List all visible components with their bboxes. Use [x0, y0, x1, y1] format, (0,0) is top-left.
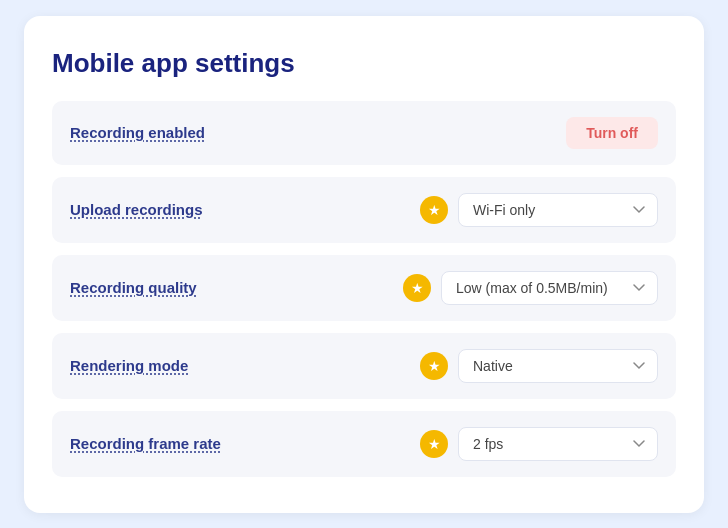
control-rendering-mode: ★ Native Canvas Mixed	[420, 349, 658, 383]
label-upload-recordings: Upload recordings	[70, 201, 203, 218]
control-upload-recordings: ★ Wi-Fi only Always Never	[420, 193, 658, 227]
label-recording-enabled: Recording enabled	[70, 124, 205, 141]
row-rendering-mode: Rendering mode ★ Native Canvas Mixed	[52, 333, 676, 399]
label-recording-frame-rate: Recording frame rate	[70, 435, 221, 452]
star-icon-frame-rate: ★	[420, 430, 448, 458]
page-title: Mobile app settings	[52, 48, 676, 79]
dropdown-recording-frame-rate[interactable]: 1 fps 2 fps 5 fps 10 fps 30 fps	[458, 427, 658, 461]
dropdown-upload-recordings[interactable]: Wi-Fi only Always Never	[458, 193, 658, 227]
row-recording-quality: Recording quality ★ Low (max of 0.5MB/mi…	[52, 255, 676, 321]
row-recording-frame-rate: Recording frame rate ★ 1 fps 2 fps 5 fps…	[52, 411, 676, 477]
row-recording-enabled: Recording enabled Turn off	[52, 101, 676, 165]
star-icon-upload: ★	[420, 196, 448, 224]
row-upload-recordings: Upload recordings ★ Wi-Fi only Always Ne…	[52, 177, 676, 243]
turn-off-button[interactable]: Turn off	[566, 117, 658, 149]
settings-card: Mobile app settings Recording enabled Tu…	[24, 16, 704, 513]
control-recording-enabled: Turn off	[566, 117, 658, 149]
star-icon-quality: ★	[403, 274, 431, 302]
star-icon-rendering: ★	[420, 352, 448, 380]
control-recording-quality: ★ Low (max of 0.5MB/min) Medium (max of …	[403, 271, 658, 305]
label-rendering-mode: Rendering mode	[70, 357, 188, 374]
dropdown-recording-quality[interactable]: Low (max of 0.5MB/min) Medium (max of 1M…	[441, 271, 658, 305]
dropdown-rendering-mode[interactable]: Native Canvas Mixed	[458, 349, 658, 383]
label-recording-quality: Recording quality	[70, 279, 197, 296]
control-recording-frame-rate: ★ 1 fps 2 fps 5 fps 10 fps 30 fps	[420, 427, 658, 461]
